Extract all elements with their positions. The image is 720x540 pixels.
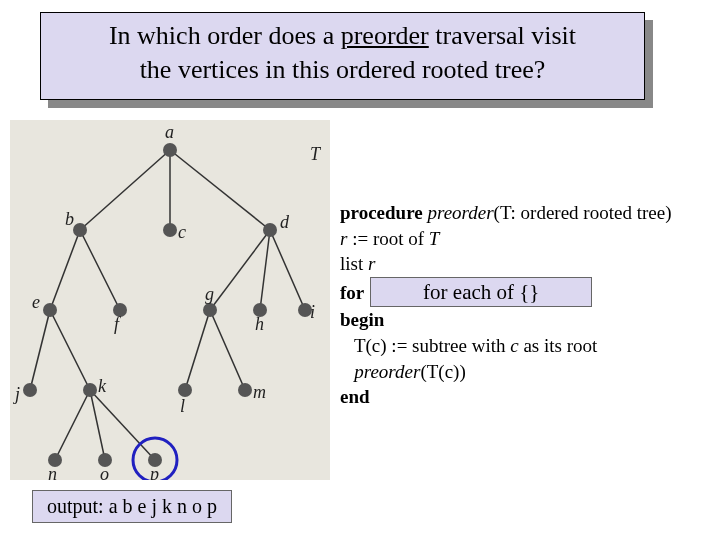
pc-line-8: end: [340, 384, 710, 410]
svg-point-18: [163, 223, 177, 237]
pc-line-4: forfor each of {}: [340, 277, 710, 307]
node-label-j: j: [13, 384, 20, 404]
title-underlined-word: preorder: [341, 21, 429, 50]
pc-line-7: preorder(T(c)): [340, 359, 710, 385]
for-each-highlight: for each of {}: [370, 277, 592, 307]
node-label-g: g: [205, 284, 214, 304]
kw-list: list: [340, 253, 368, 274]
kw-procedure: procedure: [340, 202, 423, 223]
node-label-k: k: [98, 376, 107, 396]
node-label-a: a: [165, 122, 174, 142]
pseudocode-block: procedure preorder(T: ordered rooted tre…: [340, 200, 710, 410]
pc-l7-post: (T(c)): [420, 361, 465, 382]
title-box: In which order does a preorder traversal…: [40, 12, 645, 100]
kw-end: end: [340, 386, 370, 407]
svg-point-27: [178, 383, 192, 397]
pc-l2-rest: := root of: [347, 228, 428, 249]
proc-name: preorder: [427, 202, 493, 223]
svg-point-20: [43, 303, 57, 317]
title-text-prefix: In which order does a: [109, 21, 341, 50]
pc-line-5: begin: [340, 307, 710, 333]
proc-name-2: preorder: [354, 361, 420, 382]
proc-params: (T: ordered rooted tree): [494, 202, 672, 223]
title-line-1: In which order does a preorder traversal…: [51, 19, 634, 53]
svg-point-19: [263, 223, 277, 237]
node-label-l: l: [180, 396, 185, 416]
pc-line-1: procedure preorder(T: ordered rooted tre…: [340, 200, 710, 226]
node-label-p: p: [148, 464, 159, 480]
pc-l7-pre: [340, 361, 354, 382]
node-label-h: h: [255, 314, 264, 334]
node-label-e: e: [32, 292, 40, 312]
node-label-o: o: [100, 464, 109, 480]
tree-diagram: a T b c d e f g h i j k l m n o p: [10, 120, 330, 480]
title-line-2: the vertices in this ordered rooted tree…: [51, 53, 634, 87]
var-T: T: [429, 228, 440, 249]
output-text: output: a b e j k n o p: [47, 495, 217, 517]
svg-point-17: [73, 223, 87, 237]
svg-point-16: [163, 143, 177, 157]
node-label-n: n: [48, 464, 57, 480]
title-text-suffix: traversal visit: [429, 21, 576, 50]
var-c: c: [510, 335, 518, 356]
pc-line-3: list r: [340, 251, 710, 277]
output-box: output: a b e j k n o p: [32, 490, 232, 523]
node-label-d: d: [280, 212, 290, 232]
kw-for: for: [340, 282, 364, 303]
node-label-m: m: [253, 382, 266, 402]
svg-point-26: [83, 383, 97, 397]
node-label-c: c: [178, 222, 186, 242]
var-r2: r: [368, 253, 375, 274]
node-label-i: i: [310, 302, 315, 322]
svg-point-28: [238, 383, 252, 397]
svg-point-25: [23, 383, 37, 397]
pc-line-2: r := root of T: [340, 226, 710, 252]
kw-begin: begin: [340, 309, 384, 330]
pc-l6-pre: T(c) := subtree with: [340, 335, 510, 356]
svg-point-22: [203, 303, 217, 317]
node-label-b: b: [65, 209, 74, 229]
pc-l6-post: as its root: [519, 335, 598, 356]
pc-line-6: T(c) := subtree with c as its root: [340, 333, 710, 359]
